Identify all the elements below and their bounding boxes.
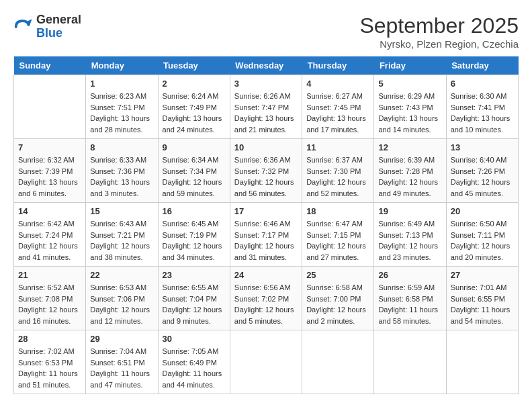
- calendar-table: SundayMondayTuesdayWednesdayThursdayFrid…: [13, 56, 519, 394]
- calendar-cell: 23Sunrise: 6:55 AM Sunset: 7:04 PM Dayli…: [158, 267, 230, 330]
- day-info: Sunrise: 6:53 AM Sunset: 7:06 PM Dayligh…: [90, 282, 153, 326]
- calendar-cell: 6Sunrise: 6:30 AM Sunset: 7:41 PM Daylig…: [446, 75, 518, 139]
- day-info: Sunrise: 6:32 AM Sunset: 7:39 PM Dayligh…: [18, 154, 81, 199]
- day-number: 29: [90, 334, 153, 344]
- day-number: 11: [306, 142, 369, 152]
- day-number: 18: [306, 206, 369, 216]
- location: Nyrsko, Plzen Region, Czechia: [359, 38, 519, 50]
- calendar-cell: 2Sunrise: 6:24 AM Sunset: 7:49 PM Daylig…: [158, 75, 230, 139]
- calendar-cell: 3Sunrise: 6:26 AM Sunset: 7:47 PM Daylig…: [230, 75, 302, 139]
- day-info: Sunrise: 6:40 AM Sunset: 7:26 PM Dayligh…: [451, 154, 514, 199]
- calendar-cell: 5Sunrise: 6:29 AM Sunset: 7:43 PM Daylig…: [374, 75, 446, 139]
- day-info: Sunrise: 6:45 AM Sunset: 7:19 PM Dayligh…: [163, 218, 226, 263]
- day-info: Sunrise: 6:34 AM Sunset: 7:34 PM Dayligh…: [163, 154, 226, 199]
- calendar-cell: 17Sunrise: 6:46 AM Sunset: 7:17 PM Dayli…: [230, 203, 302, 267]
- day-number: 7: [18, 142, 81, 152]
- calendar-cell: 7Sunrise: 6:32 AM Sunset: 7:39 PM Daylig…: [14, 139, 86, 203]
- day-info: Sunrise: 6:55 AM Sunset: 7:04 PM Dayligh…: [163, 282, 226, 326]
- calendar-cell: 13Sunrise: 6:40 AM Sunset: 7:26 PM Dayli…: [446, 139, 518, 203]
- day-info: Sunrise: 6:36 AM Sunset: 7:32 PM Dayligh…: [234, 154, 298, 199]
- day-number: 8: [90, 142, 153, 152]
- day-info: Sunrise: 6:30 AM Sunset: 7:41 PM Dayligh…: [451, 91, 514, 135]
- day-header-sunday: Sunday: [14, 56, 86, 75]
- day-header-tuesday: Tuesday: [158, 56, 230, 75]
- calendar-cell: 22Sunrise: 6:53 AM Sunset: 7:06 PM Dayli…: [86, 267, 158, 330]
- day-number: 6: [451, 79, 514, 89]
- day-number: 13: [451, 142, 514, 152]
- calendar-cell: 28Sunrise: 7:02 AM Sunset: 6:53 PM Dayli…: [14, 330, 86, 394]
- day-number: 30: [163, 334, 226, 344]
- calendar-cell: 27Sunrise: 7:01 AM Sunset: 6:55 PM Dayli…: [446, 267, 518, 330]
- day-number: 21: [18, 270, 81, 280]
- day-number: 25: [306, 270, 369, 280]
- day-number: 24: [234, 270, 298, 280]
- calendar-week-row: 1Sunrise: 6:23 AM Sunset: 7:51 PM Daylig…: [14, 75, 519, 139]
- calendar-cell: 10Sunrise: 6:36 AM Sunset: 7:32 PM Dayli…: [230, 139, 302, 203]
- calendar-week-row: 7Sunrise: 6:32 AM Sunset: 7:39 PM Daylig…: [14, 139, 519, 203]
- calendar-cell: 14Sunrise: 6:42 AM Sunset: 7:24 PM Dayli…: [14, 203, 86, 267]
- day-number: 19: [378, 206, 441, 216]
- day-header-wednesday: Wednesday: [230, 56, 302, 75]
- day-info: Sunrise: 7:01 AM Sunset: 6:55 PM Dayligh…: [451, 282, 514, 326]
- logo-text: General Blue: [36, 13, 81, 40]
- day-info: Sunrise: 6:26 AM Sunset: 7:47 PM Dayligh…: [234, 91, 298, 135]
- calendar-cell: 21Sunrise: 6:52 AM Sunset: 7:08 PM Dayli…: [14, 267, 86, 330]
- day-number: 27: [451, 270, 514, 280]
- day-number: 5: [378, 79, 441, 89]
- calendar-cell: 15Sunrise: 6:43 AM Sunset: 7:21 PM Dayli…: [86, 203, 158, 267]
- calendar-cell: [302, 330, 374, 394]
- calendar-cell: 9Sunrise: 6:34 AM Sunset: 7:34 PM Daylig…: [158, 139, 230, 203]
- day-number: 22: [90, 270, 153, 280]
- day-header-friday: Friday: [374, 56, 446, 75]
- day-number: 14: [18, 206, 81, 216]
- day-info: Sunrise: 6:24 AM Sunset: 7:49 PM Dayligh…: [163, 91, 226, 135]
- day-number: 16: [163, 206, 226, 216]
- day-info: Sunrise: 6:52 AM Sunset: 7:08 PM Dayligh…: [18, 282, 81, 326]
- day-number: 9: [163, 142, 226, 152]
- day-number: 15: [90, 206, 153, 216]
- logo-icon: [13, 17, 34, 37]
- month-title: September 2025: [359, 13, 519, 38]
- day-number: 10: [234, 142, 298, 152]
- calendar-week-row: 28Sunrise: 7:02 AM Sunset: 6:53 PM Dayli…: [14, 330, 519, 394]
- calendar-cell: 4Sunrise: 6:27 AM Sunset: 7:45 PM Daylig…: [302, 75, 374, 139]
- day-number: 23: [163, 270, 226, 280]
- calendar-cell: [230, 330, 302, 394]
- calendar-cell: 25Sunrise: 6:58 AM Sunset: 7:00 PM Dayli…: [302, 267, 374, 330]
- calendar-cell: [14, 75, 86, 139]
- day-info: Sunrise: 6:43 AM Sunset: 7:21 PM Dayligh…: [90, 218, 153, 263]
- calendar-cell: [374, 330, 446, 394]
- day-info: Sunrise: 6:56 AM Sunset: 7:02 PM Dayligh…: [234, 282, 298, 326]
- day-info: Sunrise: 6:23 AM Sunset: 7:51 PM Dayligh…: [90, 91, 153, 135]
- day-header-saturday: Saturday: [446, 56, 518, 75]
- day-number: 1: [90, 79, 153, 89]
- day-number: 17: [234, 206, 298, 216]
- day-info: Sunrise: 6:58 AM Sunset: 7:00 PM Dayligh…: [306, 282, 369, 326]
- calendar-cell: 29Sunrise: 7:04 AM Sunset: 6:51 PM Dayli…: [86, 330, 158, 394]
- day-info: Sunrise: 7:04 AM Sunset: 6:51 PM Dayligh…: [90, 346, 153, 390]
- calendar-cell: 20Sunrise: 6:50 AM Sunset: 7:11 PM Dayli…: [446, 203, 518, 267]
- calendar-cell: 18Sunrise: 6:47 AM Sunset: 7:15 PM Dayli…: [302, 203, 374, 267]
- calendar-cell: [446, 330, 518, 394]
- day-info: Sunrise: 6:37 AM Sunset: 7:30 PM Dayligh…: [306, 154, 369, 199]
- day-header-monday: Monday: [86, 56, 158, 75]
- day-info: Sunrise: 6:46 AM Sunset: 7:17 PM Dayligh…: [234, 218, 298, 263]
- logo: General Blue: [13, 13, 81, 40]
- calendar-cell: 12Sunrise: 6:39 AM Sunset: 7:28 PM Dayli…: [374, 139, 446, 203]
- day-number: 12: [378, 142, 441, 152]
- day-number: 4: [306, 79, 369, 89]
- title-block: September 2025 Nyrsko, Plzen Region, Cze…: [359, 13, 519, 50]
- calendar-cell: 8Sunrise: 6:33 AM Sunset: 7:36 PM Daylig…: [86, 139, 158, 203]
- calendar-cell: 26Sunrise: 6:59 AM Sunset: 6:58 PM Dayli…: [374, 267, 446, 330]
- day-info: Sunrise: 6:47 AM Sunset: 7:15 PM Dayligh…: [306, 218, 369, 263]
- calendar-week-row: 14Sunrise: 6:42 AM Sunset: 7:24 PM Dayli…: [14, 203, 519, 267]
- day-info: Sunrise: 6:27 AM Sunset: 7:45 PM Dayligh…: [306, 91, 369, 135]
- calendar-header-row: SundayMondayTuesdayWednesdayThursdayFrid…: [14, 56, 519, 75]
- calendar-cell: 16Sunrise: 6:45 AM Sunset: 7:19 PM Dayli…: [158, 203, 230, 267]
- calendar-week-row: 21Sunrise: 6:52 AM Sunset: 7:08 PM Dayli…: [14, 267, 519, 330]
- day-number: 28: [18, 334, 81, 344]
- day-header-thursday: Thursday: [302, 56, 374, 75]
- day-number: 2: [163, 79, 226, 89]
- calendar-cell: 24Sunrise: 6:56 AM Sunset: 7:02 PM Dayli…: [230, 267, 302, 330]
- day-info: Sunrise: 6:33 AM Sunset: 7:36 PM Dayligh…: [90, 154, 153, 199]
